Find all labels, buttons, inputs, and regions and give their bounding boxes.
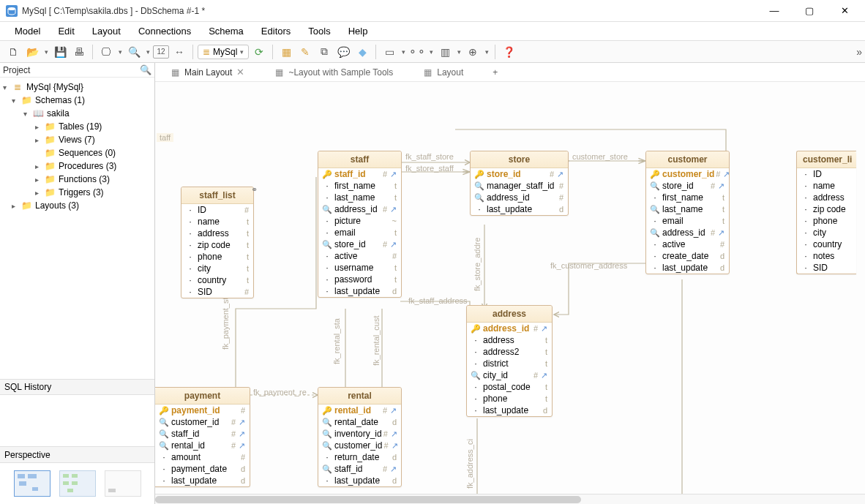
tab-layout[interactable]: ▦ Layout — [422, 67, 463, 78]
column-row[interactable]: ·countryt — [181, 274, 253, 286]
dropdown-icon[interactable]: ▾ — [144, 43, 151, 61]
column-row[interactable]: 🔍inventory_id#↗ — [318, 428, 401, 440]
help-icon[interactable]: ❓ — [500, 43, 517, 61]
expand-icon[interactable]: ▸ — [35, 176, 44, 184]
column-row[interactable]: 🔑payment_id# — [155, 405, 250, 416]
column-row[interactable]: ·notes — [797, 250, 856, 262]
relation-icon[interactable]: ⚬⚬ — [408, 43, 426, 61]
column-row[interactable]: ·first_namet — [318, 180, 401, 192]
entity-store[interactable]: store 🔑store_id#↗🔍manager_staff_id#🔍addr… — [470, 151, 569, 216]
open-icon[interactable]: 📂 — [23, 43, 41, 61]
column-row[interactable]: ·addresst — [467, 334, 552, 346]
dropdown-icon[interactable]: ▾ — [42, 43, 50, 61]
column-row[interactable]: ·last_updated — [646, 262, 729, 274]
column-row[interactable]: ·last_updated — [467, 405, 552, 416]
menu-layout[interactable]: Layout — [85, 23, 128, 39]
column-row[interactable]: ·last_updated — [471, 203, 568, 215]
column-row[interactable]: ·passwordt — [318, 274, 401, 285]
column-row[interactable]: ·return_dated — [318, 451, 401, 463]
column-row[interactable]: ·first_namet — [646, 192, 729, 203]
column-row[interactable]: ·SID — [797, 262, 856, 274]
column-row[interactable]: ·amount# — [155, 451, 250, 463]
column-row[interactable]: ·districtt — [467, 358, 552, 369]
loader-icon[interactable]: ⊕ — [464, 43, 482, 61]
entity-address[interactable]: address 🔑address_id#↗·addresst·address2t… — [466, 305, 553, 417]
column-row[interactable]: 🔍staff_id#↗ — [318, 463, 401, 475]
collapse-icon[interactable]: ▾ — [12, 97, 20, 105]
perspective-thumb-2[interactable] — [59, 470, 96, 497]
menu-edit[interactable]: Edit — [50, 23, 81, 39]
column-row[interactable]: 🔑address_id#↗ — [467, 323, 552, 334]
column-row[interactable]: ·address2t — [467, 346, 552, 358]
zoom-icon[interactable]: 🔍 — [125, 43, 143, 61]
screen-icon[interactable]: 🖵 — [97, 43, 115, 61]
dropdown-icon[interactable]: ▾ — [427, 43, 435, 61]
tree-functions[interactable]: ▸ 📁 Functions (3) — [0, 173, 154, 186]
column-row[interactable]: 🔍address_id# — [471, 192, 568, 203]
column-row[interactable]: 🔑rental_id#↗ — [318, 405, 401, 416]
tree-schema[interactable]: ▾ 📖 sakila — [0, 107, 154, 120]
entity-customer[interactable]: customer 🔑customer_id#↗🔍store_id#↗·first… — [645, 151, 730, 274]
tab-main-layout[interactable]: ▦ Main Layout ✕ — [170, 67, 244, 78]
tree-tables[interactable]: ▸ 📁 Tables (19) — [0, 120, 154, 133]
entity-staff[interactable]: staff 🔑staff_id#↗·first_namet·last_namet… — [318, 151, 402, 298]
tree-db[interactable]: ▾ ≣ MySql {MySql} — [0, 80, 154, 94]
tree-layouts[interactable]: ▸ 📁 Layouts (3) — [0, 199, 154, 212]
db-selector[interactable]: ≣ MySql ▾ — [198, 45, 249, 59]
column-row[interactable]: ·active# — [318, 250, 401, 262]
column-row[interactable]: ·cityt — [181, 263, 253, 274]
menu-tools[interactable]: Tools — [301, 23, 337, 39]
tab-sample-tools[interactable]: ▦ ~Layout with Sample Tools — [274, 67, 393, 78]
tree-procedures[interactable]: ▸ 📁 Procedures (3) — [0, 159, 154, 173]
column-row[interactable]: ·emailt — [646, 215, 729, 227]
column-row[interactable]: ·zip codet — [181, 239, 253, 251]
column-row[interactable]: ·namet — [181, 216, 253, 227]
print-icon[interactable]: 🖶 — [70, 43, 88, 61]
column-row[interactable]: ·addresst — [181, 227, 253, 239]
tree-views[interactable]: ▸ 📁 Views (7) — [0, 133, 154, 146]
column-row[interactable]: ·usernamet — [318, 262, 401, 274]
collapse-icon[interactable]: ▾ — [3, 83, 12, 91]
column-row[interactable]: 🔍store_id#↗ — [646, 180, 729, 192]
column-row[interactable]: ·last_updated — [155, 475, 250, 486]
minimize-button[interactable]: — — [760, 2, 789, 20]
column-row[interactable]: 🔑store_id#↗ — [471, 168, 568, 180]
column-row[interactable]: ·name — [797, 180, 856, 192]
column-row[interactable]: ·postal_codet — [467, 381, 552, 393]
close-icon[interactable]: ✕ — [236, 67, 244, 78]
entity-rental[interactable]: rental 🔑rental_id#↗🔍rental_dated🔍invento… — [318, 387, 402, 487]
column-row[interactable]: ·create_dated — [646, 250, 729, 262]
column-row[interactable]: 🔍address_id#↗ — [318, 203, 401, 215]
column-row[interactable]: 🔍last_namet — [646, 203, 729, 215]
column-row[interactable]: 🔍store_id#↗ — [318, 238, 401, 250]
column-row[interactable]: 🔍address_id#↗ — [646, 227, 729, 238]
tree-schemas[interactable]: ▾ 📁 Schemas (1) — [0, 94, 154, 107]
column-row[interactable]: ·last_updated — [318, 475, 401, 486]
expand-icon[interactable]: ▸ — [35, 189, 44, 197]
column-row[interactable]: ·city — [797, 227, 856, 238]
perspective-thumb-3[interactable] — [105, 470, 141, 497]
column-row[interactable]: ·last_updated — [318, 285, 401, 297]
refresh-icon[interactable]: ⟳ — [250, 43, 268, 61]
entity-payment[interactable]: payment 🔑payment_id#🔍customer_id#↗🔍staff… — [155, 387, 250, 487]
perspective-thumb-1[interactable] — [14, 470, 50, 497]
dropdown-icon[interactable]: ▾ — [455, 43, 463, 61]
comment-icon[interactable]: 💬 — [334, 43, 352, 61]
menu-model[interactable]: Model — [7, 23, 48, 39]
grid-icon[interactable]: 12 — [153, 45, 169, 59]
expand-icon[interactable]: ▸ — [35, 123, 44, 131]
column-row[interactable]: 🔍city_id#↗ — [467, 369, 552, 381]
column-row[interactable]: ·zip code — [797, 203, 856, 215]
dropdown-icon[interactable]: ▾ — [400, 43, 407, 61]
menu-editors[interactable]: Editors — [254, 23, 298, 39]
sql-icon[interactable]: ▭ — [381, 43, 398, 61]
horizontal-scrollbar[interactable] — [155, 494, 865, 504]
column-row[interactable]: ·last_namet — [318, 192, 401, 203]
column-row[interactable]: ·phone — [797, 215, 856, 227]
column-row[interactable]: ·phonet — [467, 393, 552, 405]
table-icon[interactable]: ▦ — [277, 43, 295, 61]
column-row[interactable]: ·phonet — [181, 251, 253, 263]
copy-icon[interactable]: ⧉ — [315, 43, 333, 61]
column-row[interactable]: ·payment_dated — [155, 463, 250, 475]
expand-icon[interactable]: ▸ — [12, 202, 20, 210]
